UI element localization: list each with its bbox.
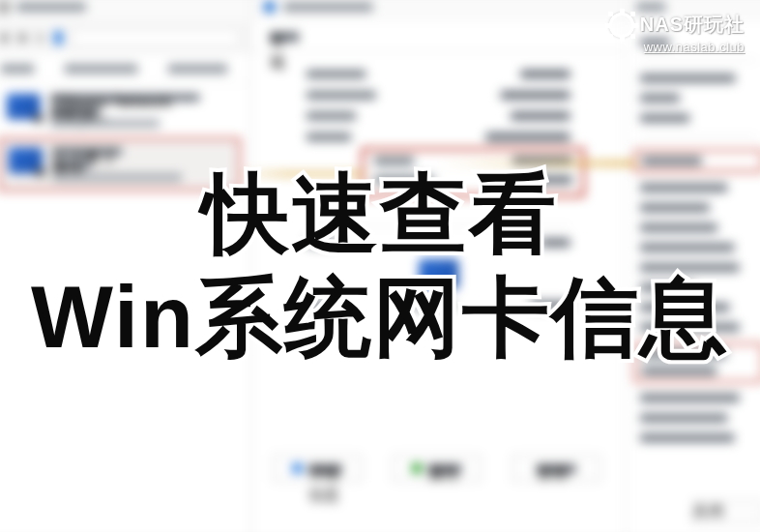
tab-bar: 常规 — [251, 22, 625, 52]
menu-list — [626, 22, 760, 458]
watermark-brand: NAS研玩社 — [640, 12, 745, 38]
adapter-sub: VMnet — [50, 106, 101, 114]
prop-row — [307, 133, 570, 141]
explorer-toolbar — [0, 22, 250, 54]
highlighted-value — [634, 342, 760, 382]
prop-row — [307, 111, 570, 120]
path-icon — [54, 31, 62, 44]
menu-item[interactable] — [640, 243, 735, 251]
menu-item[interactable] — [640, 113, 690, 122]
tab-general[interactable]: 常规 — [270, 31, 300, 41]
menu-item[interactable] — [640, 203, 710, 212]
menu-item[interactable] — [640, 394, 740, 402]
adapter-name: 以太网 2 — [52, 147, 122, 155]
nav-up-icon[interactable] — [37, 34, 44, 42]
address-bar[interactable] — [73, 29, 239, 47]
titlebar — [0, 0, 250, 22]
menu-item[interactable] — [640, 283, 695, 292]
adapter-desc — [50, 120, 160, 128]
prop-row — [307, 70, 570, 78]
disable-button[interactable]: 禁用 — [512, 455, 601, 483]
adapter-name: VMware Network Adapter — [50, 94, 200, 102]
menu-item[interactable] — [640, 74, 736, 82]
context-panel: 关闭 — [626, 0, 760, 532]
highlighted-property — [634, 149, 760, 172]
adapter-desc — [52, 173, 182, 181]
nav-back-icon[interactable] — [1, 34, 9, 42]
cmd-item[interactable] — [64, 63, 137, 73]
watermark-url: www.naslab.club — [609, 40, 745, 54]
close-button[interactable]: 关闭 — [691, 500, 760, 524]
dialog-titlebar — [251, 0, 625, 22]
adapter-item[interactable]: VMware Network Adapter VMnet — [0, 84, 250, 138]
nav-forward-icon[interactable] — [18, 34, 26, 42]
ethernet-icon — [9, 147, 43, 173]
prop-row — [307, 91, 570, 100]
cmd-item[interactable] — [1, 63, 35, 73]
bytes-row — [307, 301, 570, 310]
menu-item[interactable] — [640, 323, 740, 332]
network-connections-window: VMware Network Adapter VMnet 以太网 2 网络 — [0, 0, 250, 532]
adapter-item-selected[interactable]: 以太网 2 网络 — [0, 137, 241, 192]
menu-item[interactable] — [640, 433, 735, 442]
menu-item[interactable] — [640, 223, 717, 232]
properties-list — [251, 52, 625, 142]
menu-item[interactable] — [640, 263, 740, 272]
menu-item[interactable] — [640, 184, 728, 192]
menu-item[interactable] — [640, 303, 730, 311]
adapter-sub: 网络 — [52, 161, 92, 168]
activity-row — [307, 238, 570, 247]
app-icon — [0, 0, 11, 14]
ethernet-icon — [7, 94, 41, 120]
details-button[interactable]: 详细信息 — [273, 455, 363, 483]
command-bar — [0, 54, 250, 84]
properties-button[interactable]: 属性 — [392, 455, 482, 483]
status-dialog: 常规 — [250, 0, 626, 532]
cmd-item[interactable] — [168, 63, 228, 73]
highlighted-speed-area — [361, 147, 585, 197]
activity-icon — [419, 259, 458, 289]
dialog-icon — [263, 1, 275, 13]
dialog-buttons: 详细信息 属性 禁用 — [268, 455, 606, 483]
menu-item[interactable] — [640, 413, 728, 422]
dialog-title — [283, 2, 373, 12]
watermark: NAS研玩社 www.naslab.club — [609, 12, 745, 54]
menu-item[interactable] — [640, 94, 680, 103]
window-title — [16, 2, 86, 12]
gear-icon — [609, 13, 634, 38]
